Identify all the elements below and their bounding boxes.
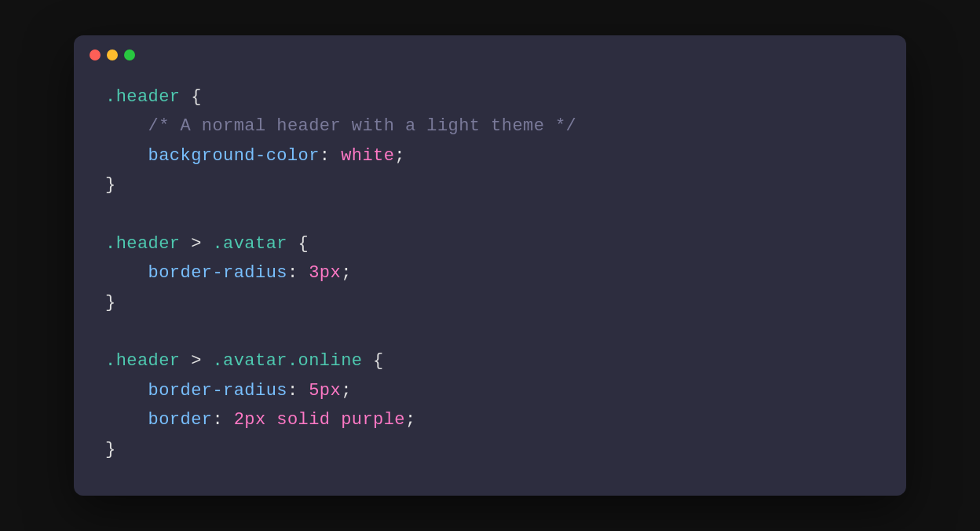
brace: {	[373, 351, 384, 371]
code-line: .header > .avatar.online {	[105, 346, 875, 375]
css-property: background-color	[105, 146, 320, 166]
css-selector: .header	[105, 234, 181, 254]
brace: }	[105, 293, 116, 313]
css-selector: .header	[105, 87, 181, 107]
css-property: border	[105, 410, 212, 430]
blank-line	[105, 200, 875, 229]
colon: :	[287, 263, 298, 283]
css-value: 5px	[298, 381, 342, 401]
css-selector: .header	[105, 351, 181, 371]
brace: }	[105, 440, 116, 460]
css-selector: .avatar	[212, 234, 287, 254]
css-combinator: >	[181, 351, 213, 371]
code-line: border-radius: 5px;	[105, 376, 875, 405]
colon: :	[287, 381, 298, 401]
css-value: white	[331, 146, 395, 166]
maximize-button[interactable]	[124, 49, 135, 60]
code-line: }	[105, 435, 875, 464]
blank-line	[105, 317, 875, 346]
code-line: .header > .avatar {	[105, 229, 875, 258]
code-line: }	[105, 288, 875, 317]
brace: {	[191, 87, 202, 107]
css-value: 2px solid	[223, 410, 341, 430]
colon: :	[212, 410, 223, 430]
code-editor: .header { /* A normal header with a ligh…	[74, 75, 906, 496]
css-combinator: >	[181, 234, 213, 254]
brace: }	[105, 175, 116, 195]
code-line: /* A normal header with a light theme */	[105, 112, 875, 141]
semicolon: ;	[405, 410, 416, 430]
colon: :	[320, 146, 331, 166]
minimize-button[interactable]	[107, 49, 118, 60]
css-property: border-radius	[105, 381, 287, 401]
close-button[interactable]	[90, 49, 101, 60]
css-value-color: purple	[341, 410, 405, 430]
code-line: border: 2px solid purple;	[105, 405, 875, 434]
css-property: border-radius	[105, 263, 287, 283]
code-line: border-radius: 3px;	[105, 258, 875, 287]
code-window: .header { /* A normal header with a ligh…	[74, 35, 906, 496]
css-selector: .avatar.online	[212, 351, 362, 371]
semicolon: ;	[341, 263, 352, 283]
code-line: }	[105, 170, 875, 200]
code-line: .header {	[105, 82, 875, 112]
css-value: 3px	[298, 263, 342, 283]
semicolon: ;	[394, 146, 405, 166]
semicolon: ;	[341, 381, 352, 401]
titlebar	[74, 35, 906, 75]
code-line: background-color: white;	[105, 141, 875, 170]
brace: {	[298, 234, 309, 254]
css-comment: /* A normal header with a light theme */	[105, 116, 576, 136]
